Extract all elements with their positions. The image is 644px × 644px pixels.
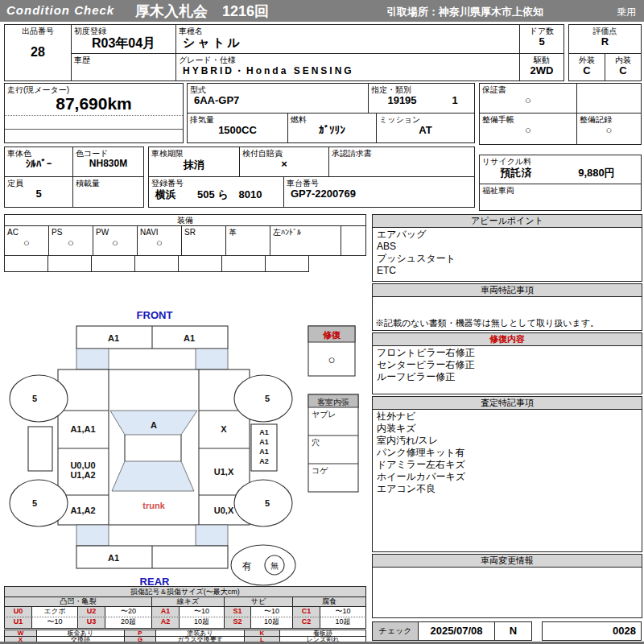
repair-line: フロントピラー右修正 bbox=[377, 347, 638, 359]
doors-box: ドア数 5 bbox=[519, 24, 564, 54]
legend-desc: 〜20 bbox=[105, 606, 152, 617]
appeal-panel: アピールポイント エアバッグ ABS プッシュスタート ETC bbox=[372, 214, 642, 282]
right-quarter-mark: U0,X bbox=[214, 506, 234, 515]
appeal-line: ABS bbox=[377, 241, 638, 253]
maintenance-record-box: 整備記録 ○ bbox=[576, 113, 642, 145]
assessment-line: 内装キズ bbox=[377, 423, 638, 435]
check-number: 0028 bbox=[542, 621, 642, 641]
body-color-value: ｼﾙﾊﾞｰ bbox=[5, 158, 72, 170]
auction-title: 厚木入札会 1216回 bbox=[135, 2, 269, 21]
wheel-rear-left bbox=[10, 480, 68, 526]
mileage-value: 87,690km bbox=[5, 94, 183, 116]
legend-code: S2 bbox=[224, 617, 251, 629]
repair-mark-title: 修復 bbox=[322, 330, 341, 340]
rear-right-corner bbox=[196, 525, 228, 546]
maintenance-book-value: ○ bbox=[480, 124, 576, 136]
vin-label: 車台番号 bbox=[284, 177, 474, 188]
interior-grade-value: C bbox=[605, 64, 641, 76]
exterior-grade-value: C bbox=[569, 64, 605, 76]
vin-box: 車台番号 GP7-2200769 bbox=[283, 176, 475, 208]
tire-size-fr: 5 bbox=[265, 394, 270, 403]
presence-mark: 有 無 bbox=[231, 545, 295, 585]
repair-line: センターピラー右修正 bbox=[377, 359, 638, 371]
drive-value: 2WD bbox=[520, 64, 564, 76]
recycle-status-value: 預託済 bbox=[480, 166, 552, 180]
lot-number-value: 28 bbox=[5, 45, 71, 60]
legend-desc: ガラス交換要す bbox=[155, 636, 245, 643]
equipment-cell-navi: NAVI○ bbox=[137, 225, 182, 256]
rear-bumper-left-mark: A1 bbox=[108, 553, 119, 563]
equipment-empty-cell bbox=[265, 255, 309, 272]
right-sill-box: A1 A1 A1 A2 bbox=[251, 424, 277, 471]
mileage-empty-row bbox=[5, 116, 183, 130]
maintenance-record-label: 整備記録 bbox=[577, 114, 641, 124]
assessment-line: ドアミラー左右キズ bbox=[377, 459, 638, 471]
repair-mark-box: 修復 ○ bbox=[308, 326, 355, 376]
equipment-ac-label: AC bbox=[5, 226, 48, 237]
vehicle-class: 乗用 bbox=[617, 6, 636, 19]
rear-left-corner bbox=[76, 525, 109, 546]
fuel-value: ｶﾞｿﾘﾝ bbox=[288, 124, 376, 136]
history-label: 車歴 bbox=[72, 54, 175, 64]
assessment-line: 社外ナビ bbox=[377, 411, 638, 423]
model-name-value: シャトル bbox=[176, 35, 519, 51]
repair-line: ルーフピラー修正 bbox=[377, 371, 638, 383]
equipment-cell-pw: PW○ bbox=[93, 225, 138, 256]
brand-title: Condition Check bbox=[6, 3, 114, 17]
doors-label: ドア数 bbox=[520, 25, 564, 35]
wheel-front-left bbox=[10, 375, 68, 422]
appeal-line: エアバッグ bbox=[377, 229, 638, 241]
presence-none-label: 無 bbox=[270, 561, 279, 570]
header-bar: Condition Check 厚木入札会 1216回 引取場所：神奈川県厚木市… bbox=[0, 0, 644, 22]
equipment-empty-cell bbox=[221, 255, 266, 272]
front-bumper-right-mark: A1 bbox=[184, 333, 195, 343]
change-info-title: 車両変更情報 bbox=[373, 555, 642, 568]
recycle-fee-label: リサイクル料 bbox=[480, 155, 641, 166]
equipment-empty-cell bbox=[178, 255, 222, 272]
appeal-title: アピールポイント bbox=[373, 215, 642, 228]
grade-label: グレード・仕様 bbox=[176, 54, 519, 64]
check-code: N bbox=[494, 621, 532, 641]
legend-code: A1 bbox=[151, 606, 180, 617]
left-mirror-box bbox=[28, 427, 52, 471]
first-registration-label: 初度登録 bbox=[72, 25, 175, 35]
legend-desc: 〜10 bbox=[250, 606, 293, 617]
front-bumper: A1 A1 bbox=[76, 326, 228, 349]
exterior-grade-label: 外装 bbox=[569, 54, 605, 64]
type-class-box: 指定・類別 19195 1 bbox=[368, 83, 475, 114]
interior-grade-label: 内装 bbox=[605, 54, 641, 64]
first-registration-value: R03年04月 bbox=[72, 35, 175, 52]
legend-code: S1 bbox=[224, 606, 251, 617]
rear-window-shape bbox=[112, 461, 194, 491]
equipment-cell-lhd: 左ﾊﾝﾄﾞﾙ bbox=[270, 225, 341, 256]
score-label: 評価点 bbox=[569, 25, 641, 35]
score-box: 評価点 R bbox=[568, 24, 642, 54]
equipment-pw-label: PW bbox=[93, 226, 137, 237]
left-quarter-mark: A1,A2 bbox=[70, 506, 95, 515]
type-number-value: 19195 bbox=[369, 94, 436, 106]
rear-label: REAR bbox=[140, 576, 170, 588]
lot-number-box: 出品番号 28 bbox=[4, 24, 72, 81]
equipment-navi-label: NAVI bbox=[138, 226, 181, 237]
warranty-value: ○ bbox=[480, 94, 576, 106]
load-capacity-label: 積載量 bbox=[73, 177, 143, 188]
equipment-sr-label: SR bbox=[182, 226, 225, 237]
interior-grade-box: 内装 C bbox=[605, 53, 642, 81]
drive-box: 駆動 2WD bbox=[519, 53, 564, 81]
equipment-empty-cell bbox=[4, 255, 48, 272]
legend-code: U3 bbox=[77, 617, 105, 629]
legend-desc: 10超 bbox=[179, 617, 225, 629]
legend-code: U0 bbox=[4, 606, 32, 617]
legend-desc: エクボ bbox=[31, 606, 78, 617]
equipment-pw-value: ○ bbox=[93, 237, 137, 249]
wheel-rear-right bbox=[234, 480, 292, 526]
warranty-extra-box bbox=[576, 83, 642, 114]
wheel-front-right bbox=[234, 375, 292, 422]
legend-desc: 10超 bbox=[250, 617, 293, 629]
class-number-value: 1 bbox=[436, 94, 474, 106]
legend-desc: 20超 bbox=[105, 617, 152, 629]
exterior-grade-box: 外装 C bbox=[568, 53, 605, 81]
displacement-value: 1500CC bbox=[188, 124, 287, 136]
legend-desc: 交換跡 bbox=[36, 636, 125, 643]
color-code-label: 色コード bbox=[73, 147, 143, 158]
